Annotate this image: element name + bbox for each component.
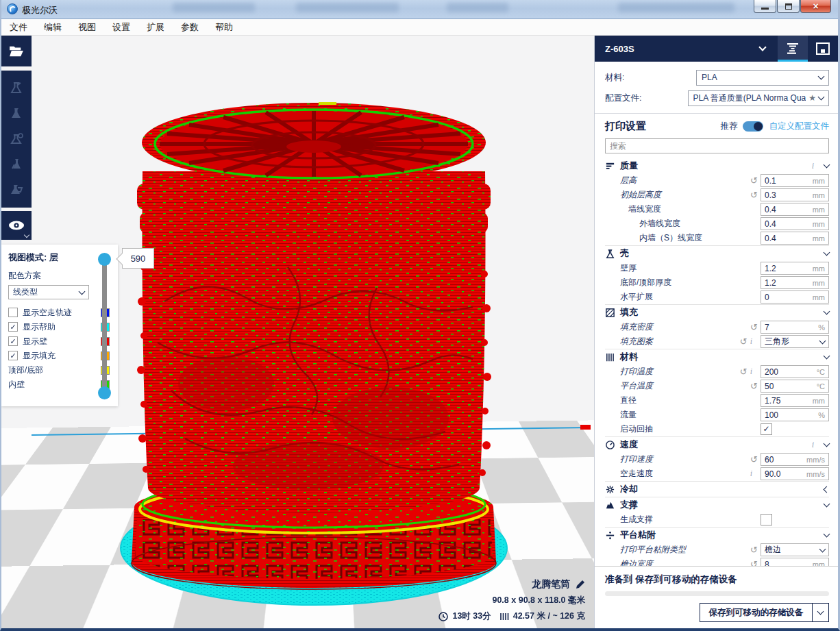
color-scheme-select[interactable]: 线类型	[8, 285, 89, 299]
save-options-dropdown[interactable]	[812, 604, 828, 621]
undo-icon[interactable]: ↺	[750, 382, 758, 391]
tab-monitor[interactable]	[808, 36, 838, 62]
maximize-button[interactable]	[777, 0, 800, 13]
setting-label: 填充密度	[605, 321, 732, 333]
layer-slider-track[interactable]	[102, 259, 107, 393]
legend-label: 显示空走轨迹	[23, 307, 101, 319]
show-helpers-checkbox[interactable]	[8, 322, 18, 332]
view-mode-button[interactable]	[1, 212, 32, 238]
undo-icon[interactable]: ↺	[740, 367, 748, 376]
section-title: 平台粘附	[620, 529, 819, 541]
setting-input[interactable]: 90.0mm/s	[761, 467, 829, 480]
section-header-quality[interactable]: 质量 i	[605, 158, 829, 173]
tool-move-button[interactable]	[1, 76, 32, 101]
print-settings-header: 打印设置 推荐 自定义配置文件	[595, 114, 838, 138]
tool-mirror-button[interactable]	[1, 151, 32, 177]
show-travels-checkbox[interactable]	[8, 308, 18, 317]
setting-input[interactable]: 0mm	[761, 290, 829, 304]
show-infill-checkbox[interactable]	[8, 351, 18, 360]
layers-tab-icon	[786, 42, 800, 55]
setting-input[interactable]: 0.4mm	[761, 217, 829, 230]
setting-label: 生成支撑	[605, 514, 732, 525]
undo-icon[interactable]: ↺	[750, 545, 758, 554]
custom-profile-link[interactable]: 自定义配置文件	[769, 121, 830, 132]
menu-file[interactable]: 文件	[10, 21, 27, 34]
menu-parameters[interactable]: 参数	[181, 21, 199, 34]
setting-input[interactable]: 1.75mm	[761, 394, 829, 407]
tab-prepare[interactable]	[778, 36, 808, 62]
menu-help[interactable]: 帮助	[215, 21, 233, 34]
brand-name-cn: 极光尔沃	[32, 607, 70, 618]
menu-view[interactable]: 视图	[78, 21, 96, 34]
tool-per-model-settings-button[interactable]	[1, 177, 32, 202]
section-header-adhesion[interactable]: 平台粘附	[605, 528, 829, 543]
recommended-toggle[interactable]	[743, 121, 763, 132]
color-scheme-label: 配色方案	[8, 270, 118, 282]
section-title: 速度	[620, 438, 807, 451]
section-header-support[interactable]: 支撑	[605, 497, 829, 512]
setting-select[interactable]: 三角形	[761, 335, 829, 348]
setting-input[interactable]: 1.2mm	[761, 276, 829, 289]
menu-extensions[interactable]: 扩展	[147, 21, 164, 34]
material-select[interactable]: PLA	[696, 70, 829, 86]
menu-edit[interactable]: 编辑	[44, 21, 62, 34]
show-shell-checkbox[interactable]	[8, 336, 18, 346]
section-header-speed[interactable]: 速度 i	[605, 437, 829, 452]
open-file-button[interactable]	[1, 38, 32, 64]
machine-selector[interactable]: Z-603S	[605, 44, 760, 54]
setting-input[interactable]: 0.1mm	[761, 174, 829, 187]
undo-icon[interactable]: ↺	[750, 455, 758, 464]
layer-slider-bottom-handle[interactable]	[98, 386, 111, 399]
model-preview[interactable]	[116, 96, 514, 617]
edit-pencil-icon[interactable]	[576, 580, 585, 589]
setting-input[interactable]: 1.2mm	[761, 262, 829, 275]
info-icon: i	[812, 161, 814, 171]
profile-select[interactable]: PLA 普通质量(PLA Norma Qua ★	[688, 90, 830, 106]
chevron-down-icon	[79, 288, 86, 295]
tool-rotate-button[interactable]	[1, 127, 32, 152]
section-header-cooling[interactable]: 冷却	[605, 482, 829, 497]
ready-status: 准备到 保存到可移动的存储设备	[605, 573, 829, 586]
chevron-down-icon[interactable]	[758, 43, 766, 51]
undo-icon[interactable]: ↺	[740, 337, 748, 346]
app-logo-icon	[7, 3, 18, 14]
retraction-checkbox[interactable]	[761, 423, 772, 435]
undo-icon[interactable]: ↺	[750, 323, 758, 332]
setting-input[interactable]: 0.4mm	[761, 203, 829, 216]
undo-icon[interactable]: ↺	[750, 176, 758, 185]
undo-icon[interactable]: ↺	[750, 190, 758, 199]
section-header-shell[interactable]: 壳	[605, 246, 829, 261]
legend-label: 顶部/底部	[8, 364, 101, 376]
tool-scale-icon	[9, 106, 24, 121]
section-header-infill[interactable]: 填充	[605, 305, 829, 320]
setting-input[interactable]: 0.3mm	[761, 188, 829, 201]
undo-icon[interactable]: ↺	[750, 560, 758, 566]
speed-icon	[605, 440, 615, 450]
layer-value: 590	[131, 253, 146, 264]
menu-settings[interactable]: 设置	[112, 21, 130, 34]
section-adhesion: 平台粘附 打印平台粘附类型 ↺ 檐边 檐边宽度 ↺ 8mm	[605, 527, 829, 566]
setting-input[interactable]: 8mm	[761, 558, 829, 566]
setting-input[interactable]: 60mm/s	[761, 453, 829, 466]
section-header-material[interactable]: 材料	[605, 349, 829, 364]
setting-input[interactable]: 7%	[761, 321, 829, 334]
setting-input[interactable]: 0.4mm	[761, 232, 829, 245]
toggle-knob	[754, 122, 763, 131]
minimize-icon	[761, 8, 769, 10]
legend-label: 显示帮助	[23, 321, 101, 333]
setting-input[interactable]: 50°C	[761, 380, 829, 393]
settings-list: 质量 i 层高 ↺ 0.1mm 初始层高度 ↺ 0.3mm 墙线宽度	[595, 158, 838, 566]
save-to-removable-button[interactable]: 保存到可移动的存储设备	[700, 604, 813, 621]
close-button[interactable]: ×	[800, 0, 831, 13]
tool-scale-button[interactable]	[1, 101, 32, 127]
legend-row-helpers: 显示帮助	[8, 320, 118, 334]
shell-icon	[605, 249, 615, 259]
viewport-3d[interactable]: 视图模式: 层 配色方案 线类型 显示空走轨迹 显示帮助 显示壁	[1, 36, 595, 629]
generate-support-checkbox[interactable]	[761, 514, 772, 525]
layer-slider-top-handle[interactable]	[98, 253, 111, 266]
minimize-button[interactable]	[754, 0, 776, 13]
setting-input[interactable]: 200°C	[761, 365, 829, 378]
setting-select[interactable]: 檐边	[761, 543, 829, 556]
setting-input[interactable]: 100%	[761, 408, 829, 421]
search-input[interactable]	[605, 138, 829, 153]
